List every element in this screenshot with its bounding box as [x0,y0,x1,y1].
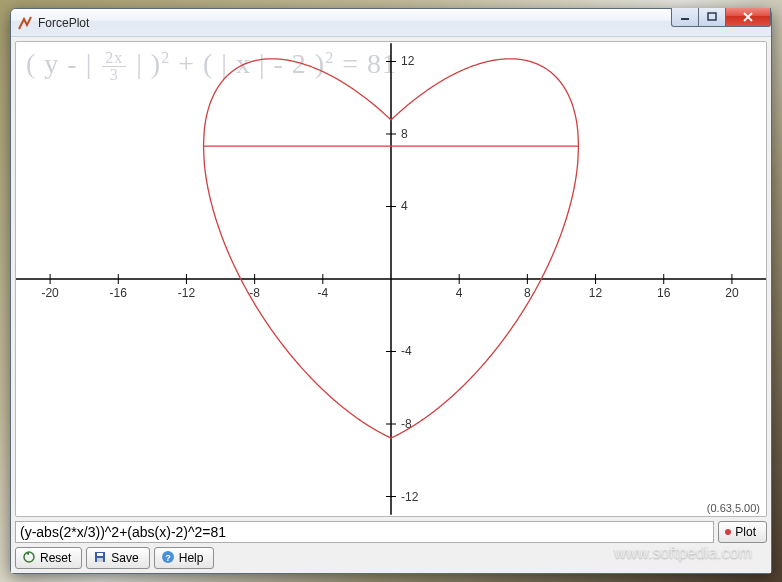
svg-text:?: ? [165,552,171,562]
svg-text:20: 20 [725,286,739,300]
window-controls [672,8,771,27]
svg-rect-39 [97,558,103,562]
plot-icon [725,529,731,535]
titlebar[interactable]: ForcePlot [11,9,771,37]
svg-text:8: 8 [524,286,531,300]
input-row: Plot [15,521,767,543]
watermark: www.softpedia.com [614,544,752,562]
plot-svg: -20-16-12-8-448121620-12-8-44812 [16,42,766,516]
svg-text:-16: -16 [110,286,128,300]
svg-rect-0 [681,18,689,20]
svg-text:16: 16 [657,286,671,300]
reset-button[interactable]: Reset [15,547,82,569]
help-button[interactable]: ? Help [154,547,215,569]
save-button[interactable]: Save [86,547,149,569]
save-icon [93,550,107,567]
svg-text:4: 4 [456,286,463,300]
svg-text:12: 12 [589,286,603,300]
reset-icon [22,550,36,567]
expression-input[interactable] [15,521,714,543]
svg-text:12: 12 [401,55,415,69]
close-button[interactable] [725,8,771,27]
plot-canvas[interactable]: ( y - | 2x3 | )2 + ( | x | - 2 )2 = 81 -… [15,41,767,517]
maximize-button[interactable] [698,8,726,27]
svg-text:-12: -12 [401,490,419,504]
minimize-button[interactable] [671,8,699,27]
help-icon: ? [161,550,175,567]
app-window: ForcePlot ( y - | 2x3 | )2 + ( | x | - 2… [10,8,772,574]
app-icon [17,15,33,31]
svg-text:-20: -20 [41,286,59,300]
window-title: ForcePlot [38,16,89,30]
client-area: ( y - | 2x3 | )2 + ( | x | - 2 )2 = 81 -… [11,37,771,573]
svg-text:-8: -8 [401,417,412,431]
svg-text:-4: -4 [401,345,412,359]
svg-text:-12: -12 [178,286,196,300]
svg-rect-38 [97,553,103,556]
svg-text:4: 4 [401,200,408,214]
svg-rect-1 [708,13,716,20]
svg-text:8: 8 [401,127,408,141]
cursor-coordinates: (0.63,5.00) [707,502,760,514]
svg-text:-4: -4 [317,286,328,300]
plot-button[interactable]: Plot [718,521,767,543]
